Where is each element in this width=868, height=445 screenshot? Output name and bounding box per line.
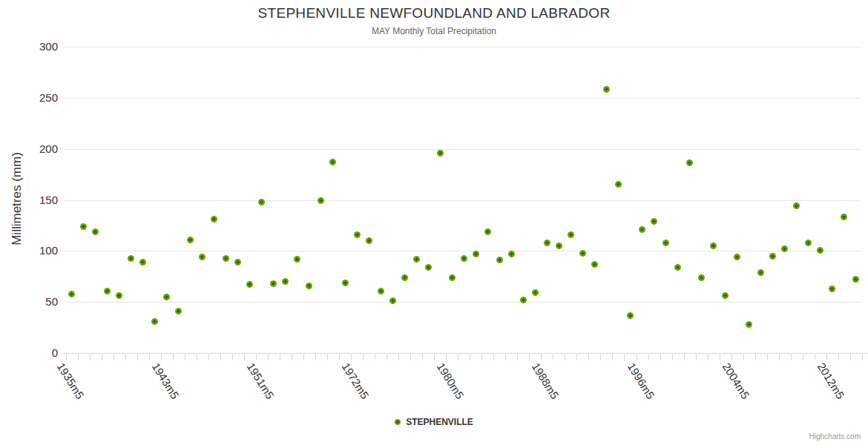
data-point[interactable] [651, 218, 657, 225]
data-point[interactable] [128, 255, 134, 262]
data-point[interactable] [139, 259, 146, 266]
data-point[interactable] [484, 228, 491, 235]
data-point[interactable] [698, 274, 705, 281]
data-point[interactable] [68, 291, 75, 297]
data-point[interactable] [532, 289, 539, 296]
data-point[interactable] [841, 214, 847, 220]
x-axis-label: 1935m5 [54, 360, 86, 401]
data-point[interactable] [722, 292, 729, 299]
data-point[interactable] [508, 251, 515, 257]
y-axis-label: 50 [0, 295, 58, 309]
x-axis-tick [256, 354, 257, 360]
y-axis-label: 150 [0, 194, 58, 207]
data-point[interactable] [329, 159, 336, 165]
data-point[interactable] [437, 150, 444, 156]
data-point[interactable] [734, 254, 740, 260]
data-point[interactable] [805, 240, 812, 246]
data-point[interactable] [425, 264, 432, 271]
data-point[interactable] [378, 288, 384, 294]
data-point[interactable] [568, 231, 574, 238]
data-point[interactable] [80, 223, 87, 230]
data-point[interactable] [199, 254, 206, 260]
data-point[interactable] [829, 286, 835, 292]
y-gridline [63, 251, 861, 251]
data-point[interactable] [163, 294, 170, 300]
data-point[interactable] [92, 228, 99, 235]
data-point[interactable] [366, 237, 372, 244]
data-point[interactable] [793, 202, 800, 209]
data-point[interactable] [449, 274, 456, 281]
data-point[interactable] [496, 257, 503, 263]
data-point[interactable] [223, 255, 229, 262]
legend-marker-icon [395, 419, 401, 425]
x-axis-tick [363, 354, 364, 360]
data-point[interactable] [342, 280, 349, 286]
x-axis-tick [292, 354, 292, 360]
x-axis-tick [600, 354, 601, 360]
data-point[interactable] [639, 226, 645, 233]
y-gridline [63, 47, 861, 47]
x-axis-tick [791, 354, 792, 360]
x-axis-tick [850, 354, 851, 360]
x-axis-tick [422, 354, 423, 360]
x-axis-tick [779, 354, 780, 360]
data-point[interactable] [769, 253, 776, 260]
data-point[interactable] [401, 274, 408, 281]
data-point[interactable] [674, 264, 681, 271]
x-axis-tick [78, 354, 79, 360]
x-axis-tick [303, 354, 304, 360]
data-point[interactable] [520, 297, 527, 303]
data-point[interactable] [294, 256, 300, 263]
data-point[interactable] [413, 256, 420, 263]
x-axis-tick [351, 354, 352, 360]
data-point[interactable] [116, 292, 122, 299]
data-point[interactable] [817, 247, 823, 254]
data-point[interactable] [234, 259, 241, 266]
x-axis-tick [708, 354, 708, 360]
data-point[interactable] [318, 197, 324, 204]
x-axis-label: 1996m5 [625, 360, 657, 401]
data-point[interactable] [757, 269, 764, 276]
data-point[interactable] [461, 255, 467, 262]
x-axis-tick [149, 354, 150, 360]
highcharts-credits-link[interactable]: Highcharts.com [809, 432, 861, 441]
x-axis-tick [660, 354, 661, 360]
data-point[interactable] [354, 231, 361, 238]
x-axis-tick [446, 354, 447, 360]
data-point[interactable] [579, 250, 586, 257]
data-point[interactable] [306, 283, 312, 289]
y-axis-label: 200 [0, 142, 58, 156]
x-axis-label: 2004m5 [720, 360, 752, 401]
data-point[interactable] [852, 276, 859, 283]
data-point[interactable] [246, 281, 253, 288]
data-point[interactable] [389, 297, 396, 304]
x-axis-tick [327, 354, 328, 360]
data-point[interactable] [270, 280, 277, 287]
data-point[interactable] [615, 181, 622, 188]
data-point[interactable] [710, 243, 717, 249]
x-axis-tick [862, 354, 863, 360]
data-point[interactable] [662, 240, 669, 246]
data-point[interactable] [473, 251, 479, 257]
data-point[interactable] [746, 321, 752, 328]
x-axis-tick [387, 354, 387, 360]
data-point[interactable] [151, 318, 158, 325]
data-point[interactable] [175, 308, 182, 314]
data-point[interactable] [544, 240, 550, 246]
data-point[interactable] [211, 216, 217, 222]
data-point[interactable] [686, 159, 693, 166]
data-point[interactable] [282, 278, 289, 285]
data-point[interactable] [627, 312, 634, 319]
data-point[interactable] [591, 261, 598, 268]
legend[interactable]: STEPHENVILLE [0, 417, 868, 427]
data-point[interactable] [603, 86, 610, 93]
data-point[interactable] [556, 243, 562, 249]
x-axis-label: 2012m5 [815, 360, 846, 401]
data-point[interactable] [104, 288, 111, 294]
chart-container: STEPHENVILLE NEWFOUNDLAND AND LABRADOR M… [0, 0, 868, 445]
data-point[interactable] [258, 199, 265, 205]
x-axis-tick [838, 354, 839, 360]
x-axis-tick [268, 354, 269, 360]
legend-label[interactable]: STEPHENVILLE [406, 417, 473, 427]
data-point[interactable] [187, 237, 194, 243]
